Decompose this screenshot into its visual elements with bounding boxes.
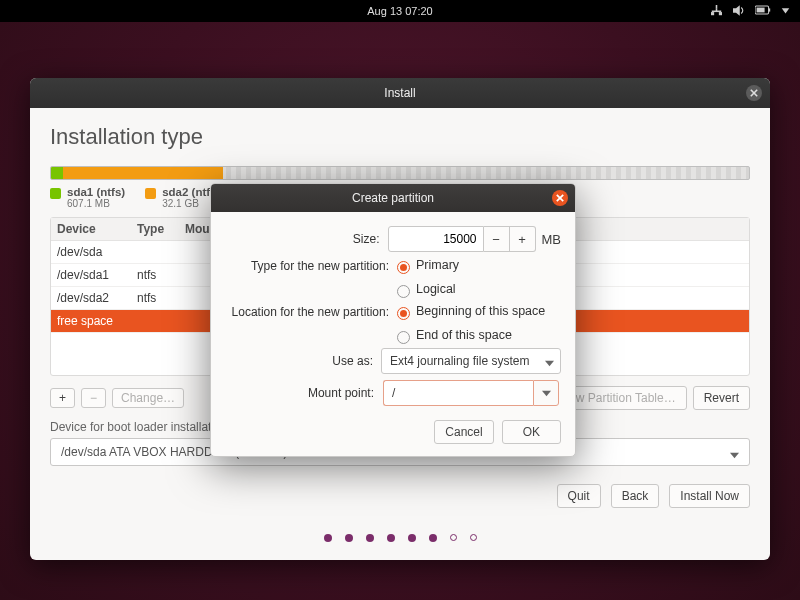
type-primary-radio[interactable]: Primary [397, 258, 459, 272]
use-as-label: Use as: [225, 354, 381, 368]
change-partition-button[interactable]: Change… [112, 388, 184, 408]
step-dot [408, 534, 416, 542]
size-unit: MB [542, 232, 562, 247]
svg-marker-16 [542, 390, 551, 395]
legend-label: sda1 (ntfs) [67, 186, 125, 198]
step-dot [429, 534, 437, 542]
mount-point-dropdown-button[interactable] [533, 380, 559, 406]
radio-icon [397, 331, 410, 344]
legend-item-sda1: sda1 (ntfs) 607.1 MB [50, 186, 125, 209]
svg-rect-0 [716, 5, 718, 8]
mount-point-combo[interactable]: / [383, 380, 533, 406]
svg-rect-1 [711, 12, 714, 15]
power-icon[interactable] [781, 5, 790, 17]
use-as-value: Ext4 journaling file system [390, 354, 529, 368]
footer-buttons: Quit Back Install Now [50, 484, 750, 508]
ok-button[interactable]: OK [502, 420, 561, 444]
svg-marker-9 [782, 8, 790, 13]
step-indicator [30, 534, 770, 542]
col-device: Device [51, 218, 131, 240]
size-label: Size: [225, 232, 388, 246]
step-dot [324, 534, 332, 542]
network-icon[interactable] [710, 5, 723, 18]
volume-icon[interactable] [733, 5, 745, 18]
svg-marker-12 [730, 453, 739, 458]
dialog-title: Create partition [352, 191, 434, 205]
cancel-button[interactable]: Cancel [434, 420, 493, 444]
radio-checked-icon [397, 261, 410, 274]
type-logical-radio[interactable]: Logical [397, 282, 456, 296]
install-now-button[interactable]: Install Now [669, 484, 750, 508]
create-partition-dialog: Create partition Size: − + MB Type for t… [210, 183, 576, 457]
panel-clock: Aug 13 07:20 [367, 5, 432, 17]
top-panel: Aug 13 07:20 [0, 0, 800, 22]
size-input[interactable] [388, 226, 484, 252]
dialog-titlebar: Create partition [211, 184, 575, 212]
step-dot [450, 534, 457, 541]
size-decrement-button[interactable]: − [484, 226, 510, 252]
svg-rect-7 [769, 8, 771, 11]
partition-bar [50, 166, 750, 180]
chevron-down-icon [730, 449, 739, 463]
chevron-down-icon [542, 386, 551, 401]
step-dot [366, 534, 374, 542]
window-titlebar: Install [30, 78, 770, 108]
svg-marker-5 [733, 5, 740, 16]
close-window-button[interactable] [746, 85, 762, 101]
battery-icon[interactable] [755, 5, 771, 17]
window-title: Install [384, 86, 415, 100]
partition-segment-sda1 [51, 167, 63, 179]
mount-label: Mount point: [226, 386, 382, 400]
mount-point-value: / [392, 386, 395, 400]
add-partition-button[interactable]: + [50, 388, 75, 408]
type-label: Type for the new partition: [225, 256, 397, 273]
location-end-radio[interactable]: End of this space [397, 328, 512, 342]
revert-button[interactable]: Revert [693, 386, 750, 410]
close-dialog-button[interactable] [552, 190, 568, 206]
size-increment-button[interactable]: + [510, 226, 536, 252]
radio-icon [397, 285, 410, 298]
svg-rect-8 [757, 8, 765, 13]
step-dot [470, 534, 477, 541]
remove-partition-button[interactable]: − [81, 388, 106, 408]
svg-rect-2 [719, 12, 722, 15]
legend-swatch [145, 188, 156, 199]
radio-checked-icon [397, 307, 410, 320]
back-button[interactable]: Back [611, 484, 660, 508]
system-tray [710, 5, 790, 18]
location-beginning-radio[interactable]: Beginning of this space [397, 304, 545, 318]
col-type: Type [131, 218, 179, 240]
svg-rect-4 [712, 10, 721, 12]
chevron-down-icon [545, 357, 554, 371]
quit-button[interactable]: Quit [557, 484, 601, 508]
page-title: Installation type [50, 124, 750, 150]
legend-swatch [50, 188, 61, 199]
legend-size: 607.1 MB [67, 198, 125, 209]
step-dot [345, 534, 353, 542]
location-label: Location for the new partition: [225, 302, 397, 319]
step-dot [387, 534, 395, 542]
use-as-combo[interactable]: Ext4 journaling file system [381, 348, 561, 374]
svg-marker-15 [545, 361, 554, 366]
partition-segment-sda2 [63, 167, 223, 179]
